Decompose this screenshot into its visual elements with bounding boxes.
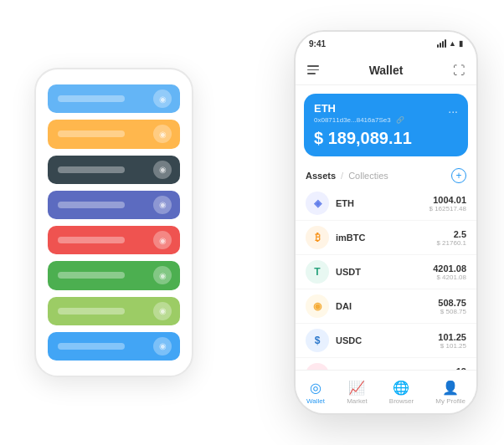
scene: ◉◉◉◉◉◉◉◉ 9:41 ▲ ▮ Wallet ⛶ [18, 13, 486, 432]
asset-item-usdc[interactable]: $ USDC 101.25 $ 101.25 [296, 324, 476, 358]
nav-label-browser: Browser [389, 397, 414, 405]
asset-icon-eth: ◈ [306, 192, 329, 215]
back-card-4: ◉ [48, 226, 180, 254]
battery-icon: ▮ [459, 39, 463, 48]
phone-header: Wallet ⛶ [296, 55, 476, 85]
menu-icon[interactable] [307, 65, 319, 74]
tab-divider: / [341, 171, 343, 181]
nav-item-wallet[interactable]: ◎ Wallet [306, 380, 325, 405]
asset-name-imbtc: imBTC [336, 233, 436, 243]
nav-label-wallet: Wallet [306, 397, 325, 405]
asset-amounts-eth: 1004.01 $ 162517.48 [429, 195, 467, 212]
back-card-5: ◉ [48, 261, 180, 289]
nav-icon-market: 📈 [348, 380, 365, 396]
asset-name-dai: DAI [336, 301, 438, 311]
wifi-icon: ▲ [449, 39, 456, 48]
eth-card-balance: $ 189,089.11 [314, 129, 458, 148]
assets-tabs: Assets / Collecties + [296, 161, 476, 187]
nav-label-market: Market [347, 397, 367, 405]
asset-amounts-dai: 508.75 $ 508.75 [438, 298, 466, 315]
eth-card-address: 0x08711d3e...8416a7Se3 🔗 [314, 116, 458, 124]
status-time: 9:41 [309, 39, 326, 49]
back-card-0: ◉ [48, 84, 180, 113]
asset-name-usdc: USDC [336, 335, 438, 345]
add-asset-button[interactable]: + [451, 168, 466, 183]
front-phone: 9:41 ▲ ▮ Wallet ⛶ ... [294, 30, 478, 415]
back-card-6: ◉ [48, 297, 180, 325]
status-bar: 9:41 ▲ ▮ [296, 32, 476, 55]
back-card-1: ◉ [48, 120, 180, 148]
header-title: Wallet [369, 64, 404, 77]
asset-item-usdt[interactable]: T USDT 4201.08 $ 4201.08 [296, 255, 476, 289]
asset-amounts-usdt: 4201.08 $ 4201.08 [433, 263, 466, 281]
expand-icon[interactable]: ⛶ [453, 64, 465, 77]
tabs-left: Assets / Collecties [306, 171, 388, 181]
nav-item-browser[interactable]: 🌐 Browser [389, 380, 414, 405]
asset-icon-dai: ◉ [306, 294, 329, 318]
asset-item-eth[interactable]: ◈ ETH 1004.01 $ 162517.48 [296, 187, 476, 221]
asset-list: ◈ ETH 1004.01 $ 162517.48 ₿ imBTC 2.5 $ … [296, 187, 476, 370]
tab-assets[interactable]: Assets [306, 171, 336, 181]
signal-icon [437, 39, 446, 48]
status-icons: ▲ ▮ [437, 39, 463, 48]
nav-item-market[interactable]: 📈 Market [347, 380, 367, 405]
eth-balance-card: ... ETH 0x08711d3e...8416a7Se3 🔗 $ 189,0… [304, 94, 468, 156]
nav-icon-browser: 🌐 [393, 380, 409, 396]
asset-icon-tft: 🦋 [306, 363, 329, 370]
back-card-3: ◉ [48, 191, 180, 219]
asset-icon-usdt: T [306, 260, 329, 284]
back-card-7: ◉ [48, 332, 180, 361]
asset-amounts-usdc: 101.25 $ 101.25 [438, 332, 466, 350]
asset-icon-imbtc: ₿ [306, 226, 329, 249]
back-phone: ◉◉◉◉◉◉◉◉ [34, 68, 193, 377]
bottom-nav: ◎ Wallet 📈 Market 🌐 Browser 👤 My Profile [296, 370, 476, 413]
eth-card-currency: ETH [314, 102, 458, 115]
asset-name-usdt: USDT [336, 267, 433, 277]
nav-item-my-profile[interactable]: 👤 My Profile [435, 380, 465, 405]
asset-amounts-imbtc: 2.5 $ 21760.1 [436, 229, 466, 247]
tab-collecties[interactable]: Collecties [348, 171, 388, 181]
nav-label-my profile: My Profile [435, 397, 465, 405]
nav-icon-wallet: ◎ [310, 380, 321, 396]
nav-icon-my profile: 👤 [442, 380, 459, 396]
asset-item-dai[interactable]: ◉ DAI 508.75 $ 508.75 [296, 289, 476, 324]
card-more-icon[interactable]: ... [448, 102, 458, 115]
asset-item-tft[interactable]: 🦋 TFT 13 0 [296, 358, 476, 370]
asset-item-imbtc[interactable]: ₿ imBTC 2.5 $ 21760.1 [296, 221, 476, 255]
asset-icon-usdc: $ [306, 329, 329, 352]
asset-name-eth: ETH [336, 198, 429, 208]
phone-body: ... ETH 0x08711d3e...8416a7Se3 🔗 $ 189,0… [296, 85, 476, 370]
back-card-2: ◉ [48, 156, 180, 184]
